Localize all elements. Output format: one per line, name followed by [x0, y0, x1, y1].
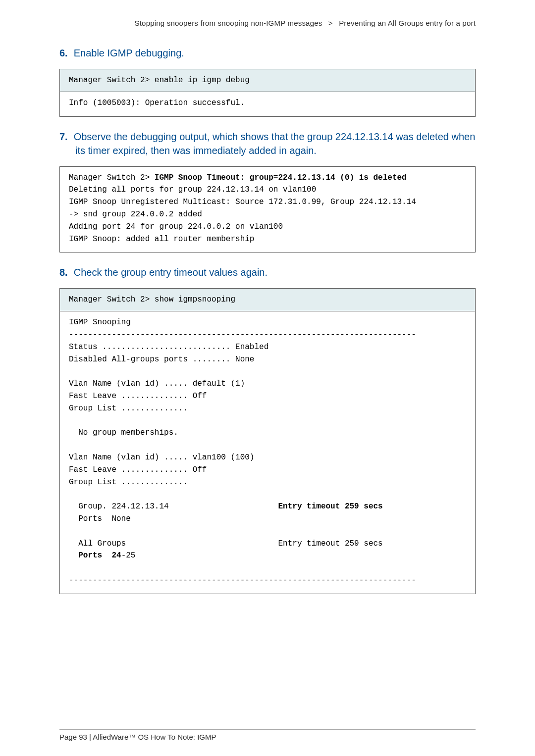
box8-l13: Fast Leave .............. Off — [69, 465, 207, 474]
code-box-6-command: Manager Switch 2> enable ip igmp debug — [60, 69, 475, 92]
box7-line1-bold: IGMP Snoop Timeout: group=224.12.13.14 (… — [155, 173, 407, 182]
box8-l12: Vlan Name (vlan id) ..... vlan100 (100) — [69, 453, 254, 462]
step-6-heading: 6.Enable IGMP debugging. — [59, 46, 476, 60]
box8-l19: All Groups Entry timeout 259 secs — [69, 539, 383, 548]
step-7-number: 7. — [59, 131, 68, 142]
code-box-8-output: IGMP Snooping --------------------------… — [60, 311, 475, 594]
box8-l10: No group memberships. — [69, 428, 178, 437]
header-left: Stopping snoopers from snooping non-IGMP… — [135, 19, 322, 27]
code-box-6-output: Info (1005003): Operation successful. — [60, 92, 475, 116]
code-box-8: Manager Switch 2> show igmpsnooping IGMP… — [59, 288, 476, 594]
step-7-title: Observe the debugging output, which show… — [74, 131, 476, 156]
code-box-6: Manager Switch 2> enable ip igmp debug I… — [59, 69, 476, 117]
header-right: Preventing an All Groups entry for a por… — [339, 19, 476, 27]
step-8-number: 8. — [59, 267, 68, 278]
box7-line6: IGMP Snoop: added all router membership — [69, 235, 254, 244]
header-separator: > — [328, 19, 333, 27]
page-footer: Page 93 | AlliedWare™ OS How To Note: IG… — [59, 729, 476, 741]
step-8-heading: 8.Check the group entry timeout values a… — [59, 265, 476, 279]
box8-l16b: Entry timeout 259 secs — [278, 502, 382, 511]
box8-l2: ----------------------------------------… — [69, 330, 416, 339]
box8-l6: Vlan Name (vlan id) ..... default (1) — [69, 379, 245, 388]
code-box-7-output: Manager Switch 2> IGMP Snoop Timeout: gr… — [60, 167, 475, 252]
step-6-title: Enable IGMP debugging. — [74, 48, 184, 58]
box8-l3: Status ........................... Enabl… — [69, 343, 268, 352]
step-7-heading: 7.Observe the debugging output, which sh… — [59, 130, 476, 157]
step-6-number: 6. — [59, 48, 68, 58]
page: Stopping snoopers from snooping non-IGMP… — [0, 0, 535, 756]
box8-l22: ----------------------------------------… — [69, 576, 416, 585]
box7-line4: -> snd group 224.0.0.2 added — [69, 210, 202, 219]
box8-l14: Group List .............. — [69, 478, 188, 487]
box8-l4: Disabled All-groups ports ........ None — [69, 355, 254, 364]
code-box-8-command: Manager Switch 2> show igmpsnooping — [60, 289, 475, 311]
box7-line3: IGMP Snoop Unregistered Multicast: Sourc… — [69, 198, 416, 206]
code-box-7: Manager Switch 2> IGMP Snoop Timeout: gr… — [59, 166, 476, 253]
box8-l1: IGMP Snooping — [69, 318, 131, 327]
page-header: Stopping snoopers from snooping non-IGMP… — [59, 19, 476, 27]
box8-l20b: Ports 24 — [78, 551, 121, 560]
box8-l8: Group List .............. — [69, 404, 188, 413]
box8-l17: Ports None — [69, 514, 131, 523]
box7-line2: Deleting all ports for group 224.12.13.1… — [69, 185, 316, 194]
box8-l20c: -25 — [121, 551, 136, 560]
box8-l20a — [69, 551, 78, 560]
box8-l7: Fast Leave .............. Off — [69, 392, 207, 401]
box8-l16a: Group. 224.12.13.14 — [69, 502, 278, 511]
step-8-title: Check the group entry timeout values aga… — [74, 267, 268, 278]
box7-line1-prefix: Manager Switch 2> — [69, 173, 155, 182]
box7-line5: Adding port 24 for group 224.0.0.2 on vl… — [69, 222, 283, 231]
